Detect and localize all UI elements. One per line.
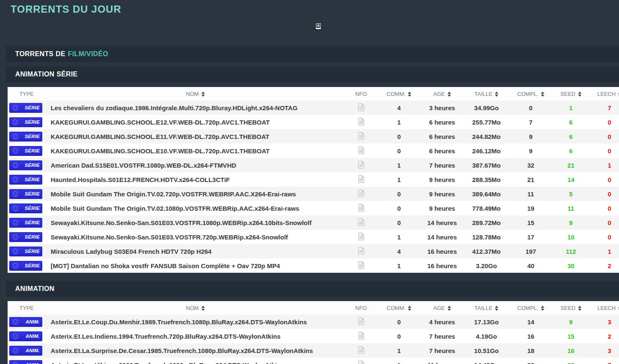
smiley-icon [12, 162, 19, 168]
section-bar-title: ANIMATION [15, 285, 54, 293]
torrent-name-link[interactable]: American Dad.S15E01.VOSTFR.1080p.WEB-DL.… [51, 162, 236, 169]
torrent-name-link[interactable]: Asterix.Et.Le.Coup.Du.Menhir.1989.Truefr… [51, 318, 307, 326]
sort-icon[interactable] [408, 92, 411, 97]
nfo-icon[interactable] [358, 161, 364, 168]
category-badge[interactable]: SÉRIE [9, 132, 42, 141]
nfo-icon[interactable] [358, 190, 364, 197]
sort-icon[interactable] [578, 92, 581, 97]
torrent-name-link[interactable]: Haunted.Hospitals.S01E12.FRENCH.HDTV.x26… [51, 176, 230, 183]
type-cell: SÉRIE [8, 244, 46, 258]
sort-icon[interactable] [541, 306, 544, 311]
category-badge[interactable]: SÉRIE [9, 175, 42, 185]
torrent-table: TYPENOMNFOCOMM.AGETAILLECOMPL.SEEDLEECH … [8, 87, 619, 273]
nfo-icon[interactable] [358, 346, 364, 354]
column-header-nom[interactable]: NOM [46, 87, 345, 101]
sort-icon[interactable] [448, 306, 451, 311]
age-value: 6 heures [421, 115, 463, 129]
column-header-leech[interactable]: LEECH [590, 301, 619, 315]
category-badge[interactable]: ANIM. [9, 317, 42, 327]
sort-icon[interactable] [495, 306, 498, 311]
column-header-comm[interactable]: COMM. [377, 301, 421, 315]
category-badge[interactable]: SÉRIE [9, 160, 42, 170]
column-label: COMPL. [517, 91, 538, 97]
nfo-icon[interactable] [358, 332, 364, 340]
smiley-icon [12, 319, 19, 325]
category-badge[interactable]: SÉRIE [9, 232, 42, 242]
sort-icon[interactable] [408, 306, 411, 311]
torrent-name-link[interactable]: KAKEGURUI.GAMBLING.SCHOOL.E12.VF.WEB-DL.… [51, 119, 270, 126]
age-value: 14 heures [421, 230, 463, 244]
sort-icon[interactable] [578, 306, 581, 311]
nfo-icon[interactable] [358, 118, 364, 125]
column-label: TAILLE [475, 91, 492, 97]
column-header-compl[interactable]: COMPL. [510, 301, 552, 315]
category-badge[interactable]: SÉRIE [9, 247, 42, 256]
torrent-name-link[interactable]: KAKEGURUI.GAMBLING.SCHOOL.E11.VF.WEB-DL.… [51, 133, 269, 140]
column-header-compl[interactable]: COMPL. [510, 87, 552, 101]
torrent-name-link[interactable]: [MGT] Dantalian no Shoka vostfr FANSUB S… [51, 262, 280, 269]
torrent-name-link[interactable]: Sewayaki.Kitsune.No.Senko-San.S01E03.VOS… [51, 234, 288, 241]
category-link-film-video[interactable]: FILM/VIDÉO [68, 50, 109, 58]
nfo-icon[interactable] [358, 175, 364, 183]
torrent-name-link[interactable]: Miraculous Ladybug S03E04 French HDTV 72… [51, 248, 212, 255]
nfo-icon[interactable] [358, 261, 364, 269]
torrent-name-link[interactable]: KAKEGURUI.GAMBLING.SCHOOL.E10.VF.WEB-DL.… [51, 147, 270, 155]
column-header-taille[interactable]: TAILLE [463, 87, 510, 101]
completed-count: 15 [510, 215, 552, 230]
column-header-age[interactable]: AGE [421, 301, 463, 315]
smiley-icon [12, 220, 19, 226]
column-header-seed[interactable]: SEED [552, 301, 590, 315]
torrent-row: ANIM. Asterix.Et.La.Surprise.De.Cesar.19… [8, 343, 619, 358]
category-badge[interactable]: ANIM. [9, 346, 42, 356]
torrent-name-link[interactable]: Mobile Suit Gundam The Origin.TV.02.1080… [51, 205, 299, 212]
sort-icon[interactable] [495, 92, 498, 97]
nfo-icon[interactable] [358, 361, 364, 364]
name-cell: Mobile Suit Gundam The Origin.TV.02.720p… [46, 187, 345, 201]
torrent-name-link[interactable]: Mobile Suit Gundam The Origin.TV.02.720p… [51, 190, 296, 198]
nfo-icon[interactable] [358, 132, 364, 140]
leech-count: 0 [590, 115, 619, 129]
nfo-icon[interactable] [358, 233, 364, 240]
comments-count: 0 [377, 144, 421, 158]
category-badge[interactable]: SÉRIE [9, 117, 42, 127]
category-badge[interactable]: ANIM. [9, 331, 42, 341]
torrent-name-link[interactable]: Asterix.Et.Les.Vikings.2006.Truefrench.1… [51, 361, 284, 364]
nfo-icon[interactable] [358, 103, 364, 111]
leech-count: 7 [590, 358, 619, 364]
name-cell: Asterix.Et.Le.Coup.Du.Menhir.1989.Truefr… [46, 315, 345, 329]
comments-count: 1 [377, 158, 421, 172]
column-header-taille[interactable]: TAILLE [463, 301, 510, 315]
seed-count: 6 [552, 144, 590, 158]
nfo-icon[interactable] [358, 147, 364, 154]
sort-icon[interactable] [201, 306, 205, 311]
category-badge[interactable]: SÉRIE [9, 103, 42, 113]
column-header-age[interactable]: AGE [421, 87, 463, 101]
column-header-seed[interactable]: SEED [552, 87, 590, 101]
comments-count: 1 [377, 115, 421, 129]
completed-count: 14 [510, 315, 552, 329]
sort-icon[interactable] [541, 92, 544, 97]
sort-icon[interactable] [448, 92, 451, 97]
torrent-name-link[interactable]: Asterix.Et.La.Surprise.De.Cesar.1985.Tru… [51, 347, 313, 354]
nfo-icon[interactable] [358, 204, 364, 212]
seed-count: 1 [552, 101, 590, 115]
column-header-nom[interactable]: NOM [46, 301, 345, 315]
nfo-icon[interactable] [358, 218, 364, 226]
category-badge[interactable]: SÉRIE [9, 218, 42, 228]
category-badge[interactable]: SÉRIE [9, 204, 42, 213]
nfo-icon[interactable] [358, 318, 364, 325]
sort-icon[interactable] [201, 92, 205, 97]
category-badge[interactable]: SÉRIE [9, 261, 42, 271]
category-badge[interactable]: SÉRIE [9, 146, 42, 156]
column-header-leech[interactable]: LEECH [590, 87, 619, 101]
torrent-name-link[interactable]: Asterix.Et.Les.Indiens.1994.Truefrench.7… [51, 333, 280, 340]
leech-count: 3 [590, 315, 619, 329]
completed-count: 40 [510, 258, 552, 273]
nfo-icon[interactable] [358, 247, 364, 255]
torrent-name-link[interactable]: Sewayaki.Kitsune.No.Senko-San.S01E03.VOS… [51, 219, 312, 226]
column-header-comm[interactable]: COMM. [377, 87, 421, 101]
category-badge[interactable]: SÉRIE [9, 189, 42, 199]
torrent-name-link[interactable]: Les chevaliers du zodiaque.1986.Intégral… [51, 104, 298, 111]
comments-count: 0 [377, 215, 421, 230]
category-badge[interactable]: ANIM. [9, 360, 42, 364]
